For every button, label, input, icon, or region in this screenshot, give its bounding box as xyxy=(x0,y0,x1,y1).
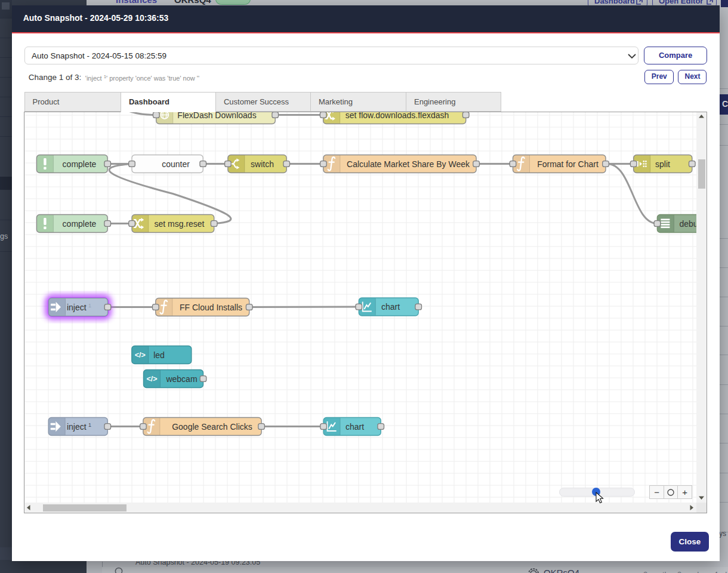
svg-text:webcam: webcam xyxy=(166,374,198,384)
svg-text:chart: chart xyxy=(381,302,400,312)
svg-text:</>: </> xyxy=(135,351,146,359)
svg-text:led: led xyxy=(154,350,165,360)
svg-text:complete: complete xyxy=(63,159,97,169)
svg-text:counter: counter xyxy=(162,159,190,169)
svg-text:</>: </> xyxy=(147,375,158,383)
svg-text:Google Search Clicks: Google Search Clicks xyxy=(172,422,253,432)
svg-text:switch: switch xyxy=(251,159,274,169)
svg-text:debug: debug xyxy=(680,219,697,229)
svg-text:Format for Chart: Format for Chart xyxy=(538,159,599,169)
svg-text:set msg.reset: set msg.reset xyxy=(155,219,205,229)
svg-text:set flow.downloads.flexdash: set flow.downloads.flexdash xyxy=(346,112,449,120)
svg-text:FlexDash Downloads: FlexDash Downloads xyxy=(178,112,257,120)
svg-text:complete: complete xyxy=(63,219,97,229)
svg-text:FF Cloud Installs: FF Cloud Installs xyxy=(180,303,242,312)
svg-text:Calculate Market Share By Week: Calculate Market Share By Week xyxy=(347,159,471,169)
svg-text:split: split xyxy=(656,159,671,169)
svg-text:chart: chart xyxy=(346,422,364,432)
